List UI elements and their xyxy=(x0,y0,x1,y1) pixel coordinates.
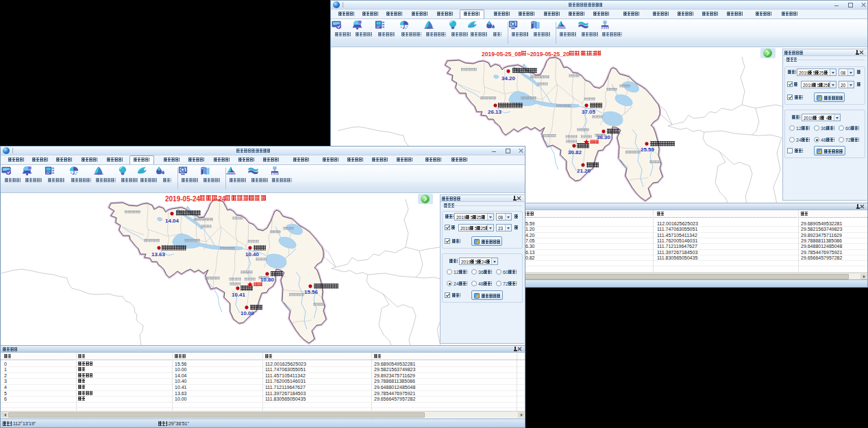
svg-text:10.80: 10.80 xyxy=(260,277,275,283)
svg-text:15.56: 15.56 xyxy=(304,289,319,295)
svg-text:36.30: 36.30 xyxy=(597,134,611,140)
svg-text:10.41: 10.41 xyxy=(232,292,246,298)
svg-text:14.04: 14.04 xyxy=(165,218,179,224)
svg-text:30.82: 30.82 xyxy=(568,149,582,155)
svg-text:34.20: 34.20 xyxy=(501,75,516,81)
svg-text:10.00: 10.00 xyxy=(240,310,255,316)
svg-text:13.63: 13.63 xyxy=(151,251,166,257)
svg-text:21.20: 21.20 xyxy=(577,168,591,174)
svg-text:10.40: 10.40 xyxy=(245,251,260,257)
svg-text:25.59: 25.59 xyxy=(641,147,655,153)
svg-text:37.05: 37.05 xyxy=(582,109,596,115)
svg-text:26.13: 26.13 xyxy=(488,109,502,115)
